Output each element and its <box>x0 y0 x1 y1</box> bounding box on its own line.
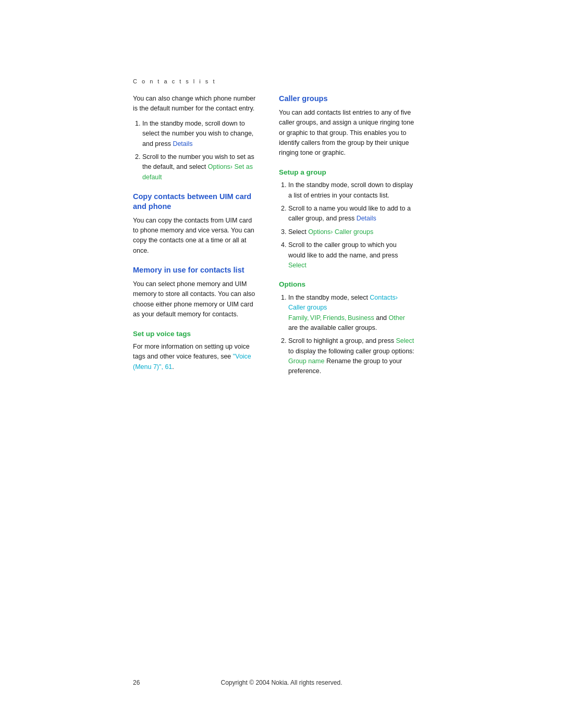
other-link[interactable]: Other <box>389 314 405 322</box>
page-header: C o n t a c t s l i s t <box>133 78 216 84</box>
intro-step-1: In the standby mode, scroll down to sele… <box>142 119 258 149</box>
voice-tags-title: Set up voice tags <box>133 329 258 339</box>
caller-groups-title: Caller groups <box>279 94 414 104</box>
intro-step-2: Scroll to the number you wish to set as … <box>142 152 258 182</box>
voice-tags-body: For more information on setting up voice… <box>133 342 258 372</box>
options-step-2: Scroll to highlight a group, and press S… <box>288 336 414 377</box>
options-section: Options In the standby mode, select Cont… <box>279 280 414 377</box>
content-area: You can also change which phone number i… <box>0 94 563 386</box>
setup-group-title: Setup a group <box>279 168 414 177</box>
copy-contacts-body: You can copy the contacts from UIM card … <box>133 216 258 256</box>
copy-contacts-title: Copy contacts between UIM card and phone <box>133 192 258 212</box>
options-caller-groups-link[interactable]: Options› Caller groups <box>308 228 373 236</box>
page-container: C o n t a c t s l i s t You can also cha… <box>0 0 563 728</box>
caller-groups-section: Caller groups You can add contacts list … <box>279 94 414 158</box>
setup-group-steps: In the standby mode, scroll down to disp… <box>279 180 414 270</box>
left-column: You can also change which phone number i… <box>133 94 274 386</box>
contacts-caller-groups-link[interactable]: Contacts› Caller groups <box>288 294 398 311</box>
intro-steps: In the standby mode, scroll down to sele… <box>133 119 258 182</box>
right-column: Caller groups You can add contacts list … <box>274 94 414 386</box>
caller-groups-body: You can add contacts list entries to any… <box>279 108 414 158</box>
options-steps: In the standby mode, select Contacts› Ca… <box>279 293 414 377</box>
select-link-1[interactable]: Select <box>288 262 307 269</box>
intro-text: You can also change which phone number i… <box>133 94 258 114</box>
intro-block: You can also change which phone number i… <box>133 94 258 182</box>
select-link-2[interactable]: Select <box>396 337 414 344</box>
footer-copyright-text: Copyright © 2004 Nokia. All rights reser… <box>221 679 342 686</box>
voice-menu-link[interactable]: "Voice (Menu 7)", 61 <box>133 353 251 370</box>
setup-group-section: Setup a group In the standby mode, scrol… <box>279 168 414 271</box>
page-footer: Copyright © 2004 Nokia. All rights reser… <box>0 679 563 686</box>
contacts-list-header: C o n t a c t s l i s t <box>133 78 216 84</box>
details-link-1[interactable]: Details <box>173 140 192 147</box>
group-names-link[interactable]: Family, VIP, Friends, Business <box>288 314 374 322</box>
setup-step-3: Select Options› Caller groups <box>288 227 414 237</box>
copy-contacts-section: Copy contacts between UIM card and phone… <box>133 192 258 256</box>
memory-in-use-body: You can select phone memory and UIM memo… <box>133 279 258 320</box>
group-name-link[interactable]: Group name <box>288 357 324 365</box>
details-link-2[interactable]: Details <box>357 215 376 222</box>
memory-in-use-section: Memory in use for contacts list You can … <box>133 265 258 319</box>
voice-tags-section: Set up voice tags For more information o… <box>133 329 258 373</box>
options-set-default-link[interactable]: Options› Set as default <box>142 163 253 180</box>
memory-in-use-title: Memory in use for contacts list <box>133 265 258 275</box>
setup-step-1: In the standby mode, scroll down to disp… <box>288 180 414 201</box>
setup-step-4: Scroll to the caller group to which you … <box>288 240 414 270</box>
setup-step-2: Scroll to a name you would like to add t… <box>288 204 414 224</box>
options-title: Options <box>279 280 414 289</box>
options-step-1: In the standby mode, select Contacts› Ca… <box>288 293 414 334</box>
